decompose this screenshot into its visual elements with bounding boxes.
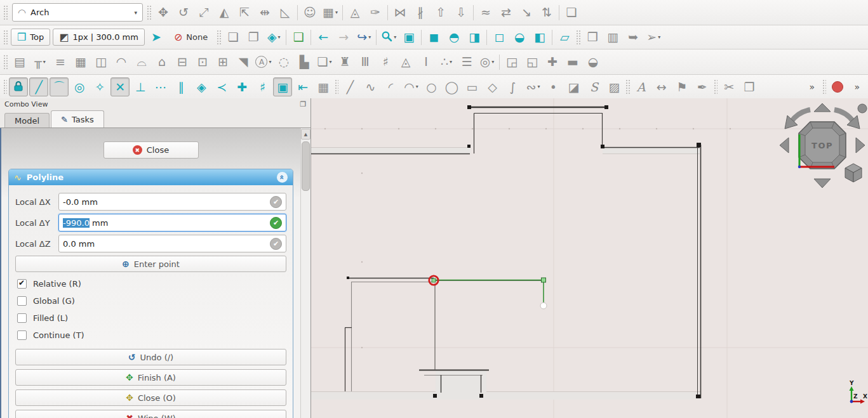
arc-button[interactable]: ◠▾	[401, 77, 420, 96]
toolbar-handle[interactable]	[217, 30, 222, 45]
circle-button[interactable]: ○	[422, 77, 441, 96]
view-rear-button[interactable]: ◻	[490, 28, 509, 47]
snap-working-plane-button[interactable]: ◈	[192, 77, 211, 96]
offset-button[interactable]: ⇱	[235, 3, 254, 22]
snap-intersection-button[interactable]: ✕	[110, 77, 130, 96]
facebinder-button[interactable]: ◪	[564, 77, 583, 96]
stairs-button[interactable]: ▙	[295, 53, 314, 72]
slope-button[interactable]: ↘	[517, 3, 536, 22]
nav-cube-top-label[interactable]: TOP	[811, 141, 833, 150]
checkbox-box[interactable]	[17, 330, 27, 340]
linked-view-button[interactable]: ↪▾	[354, 28, 373, 47]
shape-2d-view-button[interactable]: ❏	[562, 3, 581, 22]
input-local-dx[interactable]: -0.0 mm ✔	[58, 193, 286, 211]
box-section-selection-button[interactable]: ❐	[244, 28, 263, 47]
nav-right-arrow[interactable]	[856, 138, 865, 153]
axis-button[interactable]: A▾	[254, 53, 273, 72]
nav-up-arrow[interactable]	[814, 103, 831, 112]
fit-selection-button[interactable]: ❑	[289, 28, 308, 47]
input-local-dy[interactable]: -990.0 mm ✔	[58, 214, 286, 232]
snap-lock-button[interactable]	[9, 77, 28, 96]
mirror-button[interactable]: ◭	[215, 3, 234, 22]
nav-left-arrow[interactable]	[780, 138, 789, 153]
trimex-button[interactable]: ◬	[345, 3, 364, 22]
equipment-button[interactable]: ♜	[335, 53, 354, 72]
polyline-start-handle[interactable]	[432, 278, 436, 282]
material-button[interactable]: ∴▾	[437, 53, 456, 72]
label-button[interactable]: ⚑	[672, 77, 691, 96]
cursor-point[interactable]	[540, 303, 547, 309]
pipe-button[interactable]: ◎▾	[477, 53, 497, 72]
level-button[interactable]: ⊟	[173, 53, 192, 72]
tab-model[interactable]: Model	[4, 113, 50, 127]
tab-tasks[interactable]: ✎ Tasks	[51, 110, 104, 127]
view-left-button[interactable]: ◧	[530, 28, 549, 47]
building-part-button[interactable]: ◫	[91, 53, 110, 72]
stretch-button[interactable]: ⇹	[255, 3, 274, 22]
dimension-button[interactable]: ↔	[652, 77, 671, 96]
snap-near-button[interactable]: ≺	[212, 77, 231, 96]
3d-viewport[interactable]: TOP Y Z	[311, 98, 868, 418]
curtain-wall-button[interactable]: ▦	[71, 53, 90, 72]
toolbar-handle[interactable]	[3, 55, 8, 70]
export-button[interactable]: ➥	[624, 28, 643, 47]
wire-to-bspline-button[interactable]: ≈	[476, 3, 495, 22]
checkbox-continue[interactable]: Continue (T)	[17, 330, 286, 340]
survey-button[interactable]: ◒	[584, 53, 603, 72]
hatch-button[interactable]: ▨	[604, 77, 624, 96]
share-button[interactable]: ➢▾	[644, 28, 663, 47]
draft-to-sketch-button[interactable]: ⇄	[497, 3, 516, 22]
polyline-vertex-handle[interactable]	[542, 278, 546, 282]
downgrade-button[interactable]: ⇩	[451, 3, 471, 22]
nav-sync-dot[interactable]	[858, 104, 867, 113]
subelement-highlight-button[interactable]: ✑	[366, 3, 385, 22]
snap-parallel-button[interactable]: ∥	[171, 77, 190, 96]
view-front-button[interactable]: ◼	[424, 28, 443, 47]
split-button[interactable]: ∦	[411, 3, 430, 22]
task-scrollbar[interactable]	[300, 128, 310, 418]
toggle-working-plane-button[interactable]: ▣	[273, 77, 292, 96]
line-style-button[interactable]: ◩1px | 300.0 mm	[53, 29, 145, 46]
nav-down-arrow[interactable]	[814, 179, 831, 188]
building-button[interactable]: ⌂	[152, 53, 171, 72]
edit-button[interactable]: ☺	[300, 3, 319, 22]
toolbar-overflow-button[interactable]: »	[806, 81, 819, 93]
open-folder-button[interactable]: ▥	[603, 28, 622, 47]
navigation-cube[interactable]: TOP	[799, 122, 846, 169]
scale-button[interactable]: ⤢	[194, 3, 213, 22]
project-button[interactable]: ◠	[112, 53, 131, 72]
close-wire-button[interactable]: ✥ Close (O)	[15, 389, 286, 406]
close-task-button[interactable]: ✖ Close	[103, 141, 199, 159]
checkbox-box[interactable]	[17, 296, 27, 306]
checkbox-global[interactable]: Global (G)	[17, 296, 286, 306]
snap-grid-button[interactable]: ♯	[253, 77, 272, 96]
scroll-up-icon[interactable]	[301, 129, 310, 140]
view-right-button[interactable]: ◨	[465, 28, 484, 47]
toolbar-handle[interactable]	[822, 79, 826, 95]
point-button[interactable]: •	[544, 77, 563, 96]
navigation-cluster[interactable]: TOP	[773, 101, 868, 195]
line-button[interactable]: ╱	[340, 77, 359, 96]
polyline-task-header[interactable]: ∿ Polyline «	[9, 169, 293, 185]
view-axonometric-button[interactable]: ▣	[399, 28, 418, 47]
bspline-button[interactable]: ∫	[503, 77, 522, 96]
finish-button[interactable]: ✥ Finish (A)	[15, 369, 286, 386]
toolbar-handle[interactable]	[3, 30, 8, 45]
toolbar-handle[interactable]	[714, 79, 718, 95]
snap-perpendicular-button[interactable]: ⊥	[131, 77, 150, 96]
snap-endpoint-button[interactable]: ╱	[29, 77, 48, 96]
measure-button[interactable]: ▱	[555, 28, 574, 47]
cut-plane-button[interactable]: ◲	[502, 53, 521, 72]
collapse-chevron-icon[interactable]: «	[277, 172, 288, 183]
invert-button[interactable]: ⇅	[537, 3, 556, 22]
annotation-styles-button[interactable]: ✒	[693, 77, 712, 96]
input-local-dz[interactable]: 0.0 mm ✔	[58, 235, 286, 252]
toolbar-handle[interactable]	[625, 79, 629, 95]
checkbox-filled[interactable]: Filled (L)	[17, 313, 286, 323]
checkbox-relative[interactable]: Relative (R)	[17, 279, 286, 289]
snap-midpoint-button[interactable]: ⌒	[50, 77, 69, 96]
rectangle-button[interactable]: ▭	[462, 77, 481, 96]
ellipse-button[interactable]: ◯	[442, 77, 461, 96]
box-element-selection-button[interactable]: ❏	[224, 28, 243, 47]
add-component-button[interactable]: ✚	[543, 53, 562, 72]
